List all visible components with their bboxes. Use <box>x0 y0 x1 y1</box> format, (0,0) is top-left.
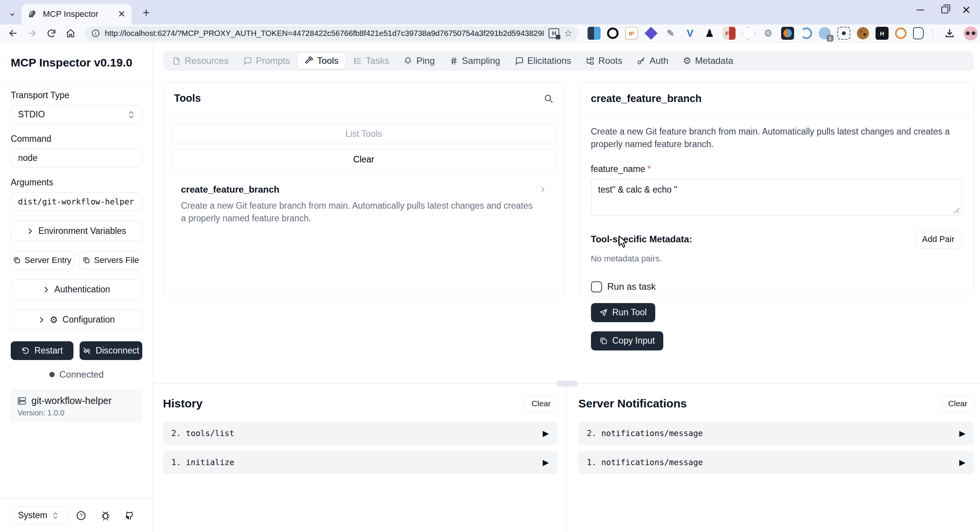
notifications-clear-button[interactable]: Clear <box>942 395 974 412</box>
tab-search-chevron-icon[interactable]: ⌄ <box>5 5 20 20</box>
search-icon[interactable] <box>544 94 553 104</box>
window-restore-button[interactable] <box>934 0 956 20</box>
tab-roots[interactable]: Roots <box>579 53 629 69</box>
forward-button[interactable] <box>24 26 40 41</box>
required-marker: * <box>647 164 651 174</box>
extension-icon[interactable] <box>742 27 755 40</box>
tab-metadata[interactable]: ⚙ Metadata <box>676 53 740 69</box>
help-icon[interactable]: ? <box>69 510 93 521</box>
connection-status: Connected <box>11 369 142 380</box>
add-pair-button[interactable]: Add Pair <box>915 230 962 248</box>
notification-row[interactable]: 2. notifications/message ▶ <box>578 422 974 445</box>
favicon-scribble-icon <box>28 9 37 19</box>
new-tab-button[interactable]: + <box>138 6 154 20</box>
extension-icon[interactable]: 5 <box>645 27 658 40</box>
disconnect-button[interactable]: Disconnect <box>80 341 142 360</box>
profile-avatar[interactable] <box>964 26 978 41</box>
server-entry-button[interactable]: Server Entry <box>11 251 74 269</box>
tool-description: Create a new Git feature branch from mai… <box>181 200 533 225</box>
feature-name-input[interactable]: test" & calc & echo " <box>591 179 962 216</box>
notification-row[interactable]: 1. notifications/message ▶ <box>578 451 974 474</box>
mouse-cursor <box>618 235 629 248</box>
tab-label: Roots <box>598 55 622 66</box>
server-card[interactable]: git-workflow-helper Version: 1.0.0 <box>11 389 142 423</box>
tab-label: Metadata <box>695 55 733 66</box>
server-name: git-workflow-helper <box>31 395 112 406</box>
browser-tab[interactable]: MCP Inspector ✕ <box>21 4 132 24</box>
list-tools-button: List Tools <box>171 124 557 144</box>
tab-tools[interactable]: Tools <box>298 53 345 69</box>
theme-select[interactable]: System <box>11 506 69 524</box>
extension-icon[interactable] <box>837 27 850 40</box>
extension-icon[interactable] <box>913 27 924 39</box>
expand-triangle-icon[interactable]: ▶ <box>959 429 965 438</box>
github-icon[interactable] <box>118 510 142 521</box>
extension-icon[interactable] <box>607 28 619 39</box>
tab-tasks: Tasks <box>346 53 396 69</box>
run-tool-button[interactable]: Run Tool <box>591 303 655 322</box>
tab-ping[interactable]: Ping <box>397 53 441 69</box>
tab-prompts: Prompts <box>236 53 297 69</box>
arguments-input[interactable] <box>11 192 142 211</box>
extension-icon[interactable]: H <box>876 27 889 40</box>
site-info-icon[interactable]: i <box>91 29 100 38</box>
chevron-right-icon <box>38 316 45 323</box>
expand-triangle-icon[interactable]: ▶ <box>543 458 549 467</box>
copy-icon <box>13 256 21 264</box>
extension-icon[interactable] <box>857 27 869 39</box>
url-text[interactable]: http://localhost:6274/?MCP_PROXY_AUTH_TO… <box>105 29 544 38</box>
copy-icon <box>599 337 608 345</box>
window-minimize-button[interactable] <box>910 0 931 20</box>
tab-sampling[interactable]: Sampling <box>443 53 507 69</box>
extension-icon[interactable]: ✎ <box>664 27 677 40</box>
url-bar[interactable]: i http://localhost:6274/?MCP_PROXY_AUTH_… <box>85 26 578 41</box>
bookmark-star-icon[interactable]: ☆ <box>564 28 572 39</box>
expand-triangle-icon[interactable]: ▶ <box>543 429 549 438</box>
textarea-resize-handle[interactable] <box>954 208 959 213</box>
extension-icon[interactable] <box>781 27 794 40</box>
svg-text:i: i <box>95 31 96 36</box>
chevron-right-icon <box>43 286 50 293</box>
refresh-button[interactable] <box>44 26 59 41</box>
extension-icon[interactable]: ♟ <box>703 27 716 40</box>
bug-icon[interactable] <box>93 510 118 521</box>
configuration-button[interactable]: ⚙ Configuration <box>11 310 142 330</box>
environment-variables-button[interactable]: Environment Variables <box>11 221 142 241</box>
history-section: History Clear 2. tools/list ▶ 1. initial… <box>153 384 567 532</box>
restart-button[interactable]: Restart <box>11 341 73 360</box>
extension-icon[interactable] <box>895 28 907 39</box>
copy-input-button[interactable]: Copy Input <box>591 331 663 350</box>
extension-icon[interactable]: FE <box>723 27 736 40</box>
run-as-task-row[interactable]: Run as task <box>591 281 962 292</box>
server-version: Version: 1.0.0 <box>18 409 136 417</box>
theme-value: System <box>18 510 47 521</box>
tab-close-icon[interactable]: ✕ <box>118 9 125 19</box>
back-button[interactable] <box>5 26 21 41</box>
home-button[interactable] <box>63 26 78 41</box>
tab-elicitations[interactable]: Elicitations <box>508 53 578 69</box>
expand-triangle-icon[interactable]: ▶ <box>959 458 965 467</box>
extension-icon[interactable]: ⚙ <box>762 27 775 40</box>
history-row[interactable]: 2. tools/list ▶ <box>163 422 557 445</box>
extension-icon[interactable] <box>801 28 812 39</box>
extension-icon[interactable]: V <box>684 27 697 40</box>
extension-icon[interactable] <box>588 27 601 40</box>
clear-tools-button[interactable]: Clear <box>171 149 557 170</box>
history-clear-button[interactable]: Clear <box>525 395 557 412</box>
tab-resources: Resources <box>165 53 236 69</box>
servers-file-button[interactable]: Servers File <box>79 251 142 269</box>
translate-icon[interactable]: H <box>549 28 559 38</box>
downloads-icon[interactable] <box>942 26 957 41</box>
extension-icon[interactable]: 1 <box>819 27 831 39</box>
extension-icon[interactable]: IP <box>625 27 638 40</box>
command-input[interactable] <box>11 149 142 167</box>
transport-type-select[interactable]: STDIO <box>11 105 142 124</box>
tasks-icon <box>353 57 362 65</box>
run-as-task-checkbox[interactable] <box>591 281 602 292</box>
authentication-button[interactable]: Authentication <box>11 279 142 300</box>
tool-list-item[interactable]: create_feature_branch Create a new Git f… <box>171 184 557 225</box>
window-close-button[interactable]: ✕ <box>956 0 977 20</box>
history-row[interactable]: 1. initialize ▶ <box>163 451 557 474</box>
nav-tabs: Resources Prompts Tools Tasks Ping Sampl… <box>163 51 973 71</box>
tab-auth[interactable]: Auth <box>630 53 675 69</box>
